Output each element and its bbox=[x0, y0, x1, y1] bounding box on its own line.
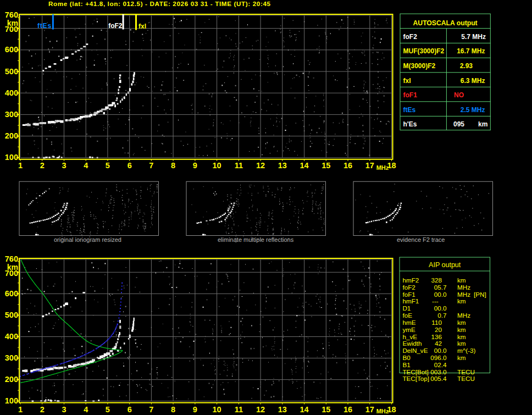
svg-text:8: 8 bbox=[171, 405, 175, 414]
svg-text:10: 10 bbox=[213, 405, 221, 414]
svg-text:13: 13 bbox=[278, 405, 287, 414]
svg-text:NO: NO bbox=[454, 91, 464, 99]
svg-text:eliminate multiple reflections: eliminate multiple reflections bbox=[218, 236, 294, 243]
svg-text:foF2: foF2 bbox=[402, 284, 415, 291]
svg-text:02.4: 02.4 bbox=[434, 361, 447, 368]
svg-text:500: 500 bbox=[5, 311, 18, 319]
svg-text:16: 16 bbox=[343, 405, 352, 414]
svg-text:ftEs: ftEs bbox=[37, 22, 52, 30]
svg-text:MHz: MHz bbox=[457, 312, 470, 319]
svg-text:05.7: 05.7 bbox=[434, 284, 447, 291]
svg-text:11: 11 bbox=[235, 405, 243, 414]
svg-text:km: km bbox=[457, 340, 466, 347]
svg-text:7: 7 bbox=[149, 405, 153, 414]
svg-text:6: 6 bbox=[128, 405, 132, 414]
svg-text:2.93: 2.93 bbox=[460, 62, 473, 70]
svg-text:9: 9 bbox=[193, 161, 197, 170]
svg-text:foE: foE bbox=[402, 312, 412, 319]
svg-text:12: 12 bbox=[256, 161, 265, 170]
svg-text:1: 1 bbox=[18, 161, 23, 170]
svg-text:15: 15 bbox=[322, 161, 330, 170]
svg-text:003.0: 003.0 bbox=[430, 368, 447, 375]
svg-text:MHz: MHz bbox=[457, 291, 470, 298]
svg-text:DelN_vE: DelN_vE bbox=[402, 347, 428, 354]
svg-text:5: 5 bbox=[106, 405, 110, 414]
svg-text:00.0: 00.0 bbox=[434, 347, 447, 354]
svg-text:17: 17 bbox=[365, 161, 374, 170]
svg-text:h_vE: h_vE bbox=[402, 333, 417, 340]
svg-text:km: km bbox=[457, 276, 466, 284]
svg-text:km: km bbox=[457, 297, 466, 305]
svg-text:4: 4 bbox=[84, 161, 88, 170]
svg-text:700: 700 bbox=[5, 269, 18, 278]
svg-text:B0: B0 bbox=[402, 354, 411, 361]
svg-text:TECU: TECU bbox=[457, 368, 475, 375]
svg-text:Rome (lat: +41.8, lon: 012.5): Rome (lat: +41.8, lon: 012.5) - DATE: 20… bbox=[48, 0, 271, 7]
svg-text:1: 1 bbox=[18, 405, 23, 414]
svg-text:6.3 MHz: 6.3 MHz bbox=[461, 77, 485, 85]
svg-text:B1: B1 bbox=[402, 361, 410, 368]
svg-text:005.4: 005.4 bbox=[430, 375, 447, 382]
svg-text:MUF(3000)F2: MUF(3000)F2 bbox=[403, 47, 445, 55]
svg-text:42: 42 bbox=[435, 340, 442, 347]
svg-text:AIP output: AIP output bbox=[429, 261, 461, 269]
svg-text:15: 15 bbox=[322, 405, 330, 414]
svg-text:D1: D1 bbox=[402, 305, 411, 312]
svg-text:km: km bbox=[478, 120, 487, 128]
svg-text:ftEs: ftEs bbox=[403, 106, 416, 114]
svg-text:0.7: 0.7 bbox=[437, 312, 446, 319]
svg-text:6: 6 bbox=[128, 161, 132, 170]
svg-text:8: 8 bbox=[171, 161, 175, 170]
svg-text:00.0: 00.0 bbox=[434, 291, 447, 298]
svg-text:328: 328 bbox=[431, 276, 442, 284]
svg-text:100: 100 bbox=[5, 396, 18, 405]
svg-text:MHz: MHz bbox=[376, 164, 389, 171]
svg-text:TECU: TECU bbox=[457, 375, 475, 382]
svg-text:16: 16 bbox=[343, 161, 352, 170]
svg-text:[PN]: [PN] bbox=[474, 291, 486, 298]
svg-text:17: 17 bbox=[365, 405, 374, 414]
svg-text:m^(-3): m^(-3) bbox=[457, 347, 476, 354]
svg-text:hmE: hmE bbox=[402, 319, 415, 326]
svg-text:11: 11 bbox=[235, 161, 243, 170]
svg-text:20: 20 bbox=[435, 326, 442, 333]
svg-text:100: 100 bbox=[5, 153, 18, 162]
svg-text:16.7 MHz: 16.7 MHz bbox=[457, 47, 485, 55]
svg-text:00.0: 00.0 bbox=[434, 305, 447, 312]
svg-text:foF2: foF2 bbox=[403, 33, 418, 41]
svg-text:hmF1: hmF1 bbox=[402, 297, 419, 305]
svg-text:400: 400 bbox=[5, 88, 18, 97]
svg-text:MHz: MHz bbox=[376, 408, 389, 414]
svg-text:300: 300 bbox=[5, 110, 18, 119]
svg-text:TEC[Bot]: TEC[Bot] bbox=[402, 368, 428, 375]
svg-text:5.7 MHz: 5.7 MHz bbox=[461, 33, 486, 41]
svg-text:km: km bbox=[457, 354, 466, 361]
svg-text:fxI: fxI bbox=[138, 23, 146, 30]
svg-text:13: 13 bbox=[278, 161, 287, 170]
svg-text:200: 200 bbox=[5, 375, 18, 384]
svg-text:3: 3 bbox=[62, 161, 66, 170]
svg-text:3: 3 bbox=[62, 405, 66, 414]
svg-text:foF1: foF1 bbox=[403, 91, 418, 99]
svg-text:600: 600 bbox=[5, 45, 18, 54]
svg-text:2: 2 bbox=[40, 405, 45, 414]
svg-text:14: 14 bbox=[300, 405, 309, 414]
svg-text:096.0: 096.0 bbox=[430, 354, 447, 361]
svg-text:hmF2: hmF2 bbox=[402, 276, 419, 284]
svg-text:TEC[Top]: TEC[Top] bbox=[402, 375, 429, 382]
svg-text:original ionogram resized: original ionogram resized bbox=[54, 236, 121, 243]
svg-text:ymE: ymE bbox=[402, 326, 415, 333]
svg-text:evidence F2 trace: evidence F2 trace bbox=[397, 236, 445, 243]
svg-text:400: 400 bbox=[5, 332, 18, 341]
svg-text:300: 300 bbox=[5, 353, 18, 362]
svg-text:7: 7 bbox=[149, 161, 153, 170]
svg-text:110: 110 bbox=[431, 319, 442, 326]
svg-text:MHz: MHz bbox=[457, 284, 470, 291]
svg-text:9: 9 bbox=[193, 405, 197, 414]
svg-text:700: 700 bbox=[5, 25, 18, 34]
svg-text:h'Es: h'Es bbox=[403, 120, 417, 128]
svg-text:14: 14 bbox=[300, 161, 309, 170]
svg-text:km: km bbox=[457, 333, 466, 340]
svg-text:136: 136 bbox=[431, 333, 442, 340]
svg-text:12: 12 bbox=[256, 405, 265, 414]
